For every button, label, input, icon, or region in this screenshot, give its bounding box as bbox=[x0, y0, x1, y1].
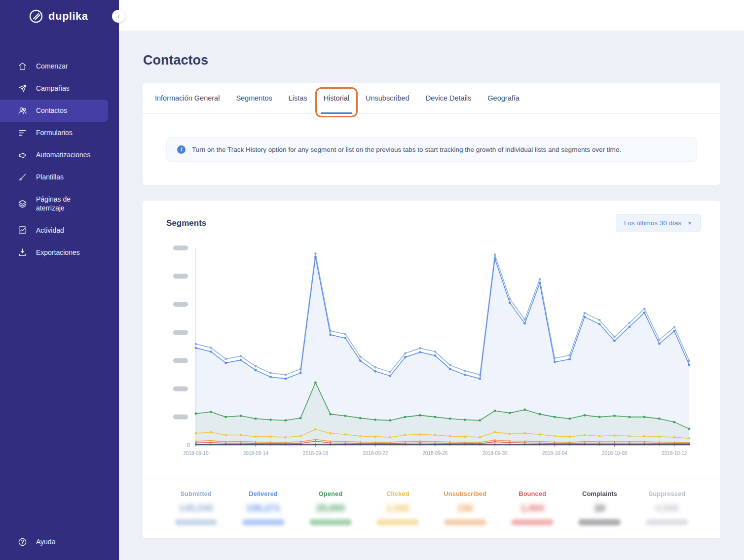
tab-label: Geografía bbox=[487, 94, 520, 102]
svg-text:2018-10-08: 2018-10-08 bbox=[602, 451, 628, 456]
sidebar-item-label: Formularios bbox=[36, 128, 73, 137]
tab-item[interactable]: Device Details bbox=[426, 83, 472, 113]
tab-label: Segmentos bbox=[236, 94, 272, 102]
annotation-highlight-ring bbox=[315, 87, 358, 117]
sidebar-item[interactable]: Exportaciones bbox=[0, 241, 108, 263]
sidebar-item[interactable]: Plantillas bbox=[0, 166, 108, 188]
tab-item[interactable]: Información General bbox=[155, 83, 220, 113]
sidebar-item-label: Contactos bbox=[36, 106, 67, 115]
topbar bbox=[119, 0, 744, 31]
stat-item: Unsubscribed 156 bbox=[432, 490, 499, 525]
stat-pill-blurred bbox=[511, 519, 554, 525]
sidebar-item[interactable]: Automatizaciones bbox=[0, 144, 108, 166]
stat-label: Submitted bbox=[162, 490, 229, 497]
stat-label: Clicked bbox=[364, 490, 431, 497]
stat-value-blurred: 156 bbox=[432, 503, 499, 514]
tab-label: Unsubscribed bbox=[366, 94, 409, 102]
sidebar-nav: Comenzar Campañas Contactos Formularios … bbox=[0, 55, 119, 263]
automation-icon bbox=[18, 150, 27, 160]
tab-item[interactable]: Segmentos bbox=[236, 83, 272, 113]
stat-item: Clicked 1,042 bbox=[364, 490, 431, 525]
send-icon bbox=[18, 84, 27, 93]
svg-text:2018-09-10: 2018-09-10 bbox=[183, 451, 209, 456]
stat-pill-blurred bbox=[646, 519, 688, 525]
sidebar-item-label: Exportaciones bbox=[36, 248, 80, 257]
stat-pill-blurred bbox=[175, 519, 217, 525]
stat-value-blurred: 145,049 bbox=[162, 503, 229, 514]
stat-value-blurred: 1,042 bbox=[364, 503, 431, 514]
svg-text:2018-10-12: 2018-10-12 bbox=[662, 451, 687, 456]
svg-text:2018-09-30: 2018-09-30 bbox=[482, 451, 508, 456]
sidebar-item-label: Actividad bbox=[36, 226, 64, 235]
page-title: Contactos bbox=[143, 53, 720, 68]
stat-pill-blurred bbox=[444, 519, 486, 525]
stat-item: Bounced 1,004 bbox=[499, 490, 566, 525]
tabs-card: Información General Segmentos Listas bbox=[143, 83, 720, 185]
logo: duplika bbox=[0, 0, 119, 24]
sidebar-item[interactable]: Actividad bbox=[0, 219, 108, 241]
sidebar: duplika Comenzar Campañas Contactos Form… bbox=[0, 0, 119, 560]
svg-text:2018-09-26: 2018-09-26 bbox=[422, 451, 448, 456]
sidebar-item[interactable]: Comenzar bbox=[0, 55, 108, 77]
svg-text:2018-09-14: 2018-09-14 bbox=[243, 451, 269, 456]
sidebar-collapse-button[interactable]: ‹ bbox=[112, 10, 125, 23]
tab-label: Historial bbox=[324, 94, 349, 102]
stat-pill-blurred bbox=[309, 519, 352, 525]
tab-item[interactable]: Listas bbox=[289, 83, 307, 113]
svg-text:2018-09-18: 2018-09-18 bbox=[303, 451, 329, 456]
sidebar-item[interactable]: Contactos bbox=[0, 100, 108, 122]
sidebar-item[interactable]: Campañas bbox=[0, 77, 108, 100]
brush-icon bbox=[18, 173, 27, 182]
duplika-logo-icon bbox=[29, 9, 43, 24]
svg-text:2018-10-04: 2018-10-04 bbox=[542, 451, 568, 456]
stat-item: Submitted 145,049 bbox=[162, 490, 229, 525]
svg-text:2018-09-22: 2018-09-22 bbox=[363, 451, 388, 456]
tab-item[interactable]: Historial bbox=[324, 83, 349, 113]
tab-item[interactable]: Geografía bbox=[487, 83, 520, 113]
stat-pill-blurred bbox=[376, 519, 419, 525]
stats-row: Submitted 145,049 Delivered 135,271 Open… bbox=[143, 479, 720, 538]
svg-text:0: 0 bbox=[187, 442, 190, 448]
sidebar-item[interactable]: Páginas de aterrizaje bbox=[0, 188, 108, 219]
tab-label: Listas bbox=[289, 94, 307, 102]
sidebar-item-label: Automatizaciones bbox=[36, 150, 91, 159]
chevron-down-icon: ▼ bbox=[687, 220, 692, 226]
stat-item: Opened 25,000 bbox=[297, 490, 364, 525]
date-range-label: Los últimos 30 días bbox=[624, 219, 681, 227]
layers-icon bbox=[18, 199, 27, 209]
users-icon bbox=[18, 106, 27, 115]
stat-label: Complaints bbox=[566, 490, 633, 497]
stat-label: Unsubscribed bbox=[432, 490, 499, 497]
stat-value-blurred: 4,545 bbox=[633, 503, 701, 514]
stat-item: Delivered 135,271 bbox=[229, 490, 297, 525]
segments-card: Segments Los últimos 30 días ▼ 02018-09-… bbox=[143, 201, 720, 538]
tab-item[interactable]: Unsubscribed bbox=[366, 83, 409, 113]
tab-label: Device Details bbox=[426, 94, 472, 102]
stat-value-blurred: 1,004 bbox=[499, 503, 566, 514]
stat-label: Delivered bbox=[229, 490, 297, 497]
home-icon bbox=[18, 62, 27, 71]
stat-label: Suppressed bbox=[633, 490, 701, 497]
date-range-select[interactable]: Los últimos 30 días ▼ bbox=[616, 214, 701, 232]
info-icon: i bbox=[177, 145, 186, 154]
sidebar-item-help[interactable]: Ayuda bbox=[0, 531, 108, 553]
segments-history-chart: 02018-09-102018-09-142018-09-182018-09-2… bbox=[164, 241, 698, 469]
sidebar-item[interactable]: Formularios bbox=[0, 122, 108, 144]
banner-text: Turn on the Track History option for any… bbox=[192, 146, 621, 153]
sidebar-item-label: Páginas de aterrizaje bbox=[36, 195, 99, 212]
stat-pill-blurred bbox=[242, 519, 285, 525]
stat-value-blurred: 10 bbox=[566, 503, 633, 514]
stat-pill-blurred bbox=[578, 519, 621, 525]
stat-item: Complaints 10 bbox=[566, 490, 633, 525]
sidebar-item-label: Campañas bbox=[36, 84, 70, 93]
stat-value-blurred: 25,000 bbox=[297, 503, 364, 514]
sidebar-item-label: Plantillas bbox=[36, 173, 64, 181]
forms-icon bbox=[18, 128, 27, 138]
track-history-banner: i Turn on the Track History option for a… bbox=[166, 137, 697, 162]
activity-icon bbox=[18, 225, 27, 235]
logo-text: duplika bbox=[48, 10, 88, 23]
tabs-row: Información General Segmentos Listas bbox=[143, 83, 720, 114]
segments-card-title: Segments bbox=[166, 218, 206, 228]
sidebar-item-label: Comenzar bbox=[36, 62, 68, 70]
download-icon bbox=[18, 247, 27, 257]
